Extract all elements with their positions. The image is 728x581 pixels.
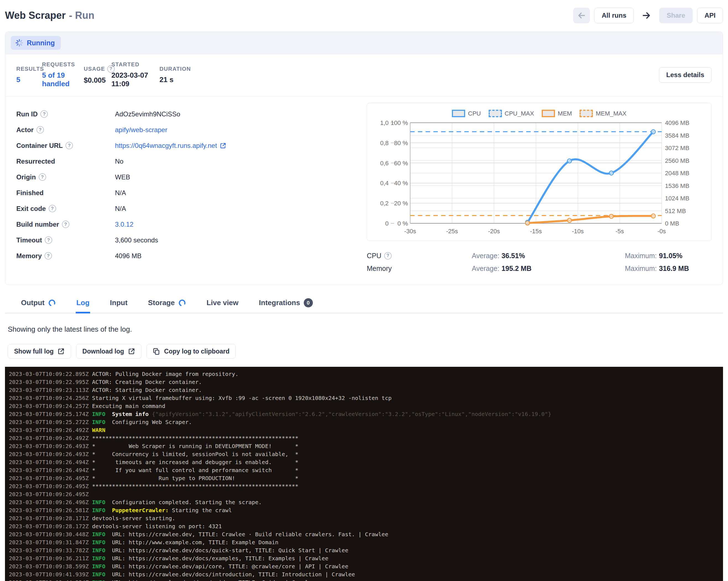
header-actions: All runs Share API — [573, 8, 723, 23]
detail-label: Origin? — [16, 173, 115, 181]
status-label: Running — [27, 39, 55, 47]
legend-label: MEM — [558, 110, 572, 117]
log-line: 2023-03-07T10:09:25.174Z INFO System inf… — [9, 410, 723, 418]
detail-value-link[interactable]: apify/web-scraper — [115, 126, 167, 134]
legend-swatch — [489, 110, 502, 117]
detail-label-text: Build number — [16, 220, 59, 228]
question-icon[interactable]: ? — [62, 220, 69, 228]
tab-label: Integrations — [259, 298, 300, 307]
log-line: 2023-03-07T10:09:26.492Z WARN — [9, 426, 723, 434]
log-line: 2023-03-07T10:09:26.494Z * timeouts are … — [9, 458, 723, 466]
detail-label-text: Container URL — [16, 142, 63, 150]
show-full-log-button[interactable]: Show full log — [8, 344, 71, 359]
less-details-button[interactable]: Less details — [659, 67, 712, 83]
tab-label: Live view — [206, 298, 238, 307]
question-icon[interactable]: ? — [66, 142, 73, 149]
log-line: 2023-03-07T10:09:26.581Z INFO PuppeteerC… — [9, 506, 723, 514]
log-line: 2023-03-07T10:09:26.492Z ***************… — [9, 434, 723, 442]
spinner-icon — [15, 39, 24, 47]
svg-text:0,6: 0,6 — [380, 160, 389, 167]
legend-item-mem_max: MEM_MAX — [579, 110, 626, 117]
loading-arc-icon — [178, 299, 186, 307]
log-line: 2023-03-07T10:09:30.448Z INFO URL: https… — [9, 530, 723, 538]
detail-value-link[interactable]: https://0q64wnacgyft.runs.apify.net — [115, 142, 226, 150]
detail-value: N/A — [115, 205, 126, 213]
external-link-icon — [220, 142, 226, 149]
question-icon[interactable]: ? — [41, 110, 48, 118]
detail-row: ResurrectedNo — [16, 153, 367, 169]
legend-label: MEM_MAX — [596, 110, 626, 117]
stat-label: REQUESTS — [42, 61, 75, 68]
stat-label: USAGE — [84, 66, 105, 72]
forward-arrow-icon — [642, 11, 651, 20]
svg-text:-20s: -20s — [488, 228, 500, 235]
question-icon[interactable]: ? — [49, 205, 56, 212]
detail-label-text: Run ID — [16, 110, 37, 118]
log-line: 2023-03-07T10:09:24.257Z Executing main … — [9, 402, 723, 410]
log-line: 2023-03-07T10:09:26.495Z — [9, 490, 723, 498]
svg-text:3584 MB: 3584 MB — [665, 132, 689, 139]
next-run-button[interactable] — [638, 8, 655, 23]
svg-text:40 %: 40 % — [394, 180, 408, 187]
api-button[interactable]: API — [697, 8, 723, 23]
detail-label: Run ID? — [16, 110, 115, 118]
legend-label: CPU — [468, 110, 480, 117]
detail-value-link[interactable]: 3.0.12 — [115, 220, 133, 228]
run-tabs: OutputLogInputStorageLive viewIntegratio… — [5, 295, 723, 313]
tab-storage[interactable]: Storage — [147, 295, 187, 313]
log-line: 2023-03-07T10:09:26.495Z ***************… — [9, 482, 723, 490]
tab-live-view[interactable]: Live view — [206, 295, 239, 313]
svg-text:0: 0 — [385, 220, 389, 227]
tab-log[interactable]: Log — [76, 295, 90, 313]
page-title: Web Scraper- Run — [5, 10, 94, 21]
copy-log-button[interactable]: Copy log to clipboard — [147, 344, 236, 359]
external-link-icon — [57, 348, 65, 355]
question-icon[interactable]: ? — [384, 252, 392, 260]
detail-label-text: Actor — [16, 126, 34, 134]
resource-name: Memory — [367, 265, 392, 272]
legend-label: CPU_MAX — [505, 110, 534, 117]
log-notice: Showing only the latest lines of the log… — [8, 325, 723, 334]
resource-stats: CPU? Average:36.51% Maximum:91.05% Memor… — [367, 249, 712, 275]
detail-label-text: Origin — [16, 173, 36, 181]
detail-label: Timeout? — [16, 236, 115, 244]
previous-run-button[interactable] — [573, 8, 590, 23]
svg-text:-5s: -5s — [616, 228, 624, 235]
log-line: 2023-03-07T10:09:23.113Z ACTOR: Starting… — [9, 386, 723, 394]
details-section: Run ID?AdOz5evimh9NCiSSoActor?apify/web-… — [5, 97, 723, 285]
log-actions: Show full log Download log Copy log to c… — [8, 344, 723, 359]
svg-text:1,0: 1,0 — [380, 120, 389, 126]
log-line: 2023-03-07T10:09:22.995Z ACTOR: Creating… — [9, 378, 723, 386]
stat-value: $0.005 — [84, 76, 111, 85]
legend-item-mem: MEM — [542, 110, 572, 117]
maximum-value: 316.9 MB — [659, 265, 689, 272]
all-runs-button[interactable]: All runs — [594, 8, 634, 23]
detail-value: N/A — [115, 189, 126, 197]
log-line: 2023-03-07T10:09:24.256Z Starting X virt… — [9, 394, 723, 402]
svg-text:0,4: 0,4 — [380, 180, 389, 187]
button-label: Copy log to clipboard — [164, 348, 229, 355]
question-icon[interactable]: ? — [45, 252, 52, 260]
share-button[interactable]: Share — [659, 8, 693, 23]
download-log-button[interactable]: Download log — [76, 344, 141, 359]
tab-output[interactable]: Output — [21, 295, 56, 313]
tab-integrations[interactable]: Integrations0 — [258, 295, 313, 313]
tab-input[interactable]: Input — [109, 295, 128, 313]
log-lines: 2023-03-07T10:09:22.895Z ACTOR: Pulling … — [5, 367, 723, 581]
detail-row: Origin?WEB — [16, 169, 367, 185]
resource-name: CPU — [367, 252, 382, 260]
stat-duration: DURATION 21 s — [159, 66, 191, 84]
svg-text:0 %: 0 % — [397, 220, 408, 227]
detail-label: Resurrected — [16, 158, 115, 165]
question-icon[interactable]: ? — [36, 126, 44, 133]
question-icon[interactable]: ? — [45, 236, 52, 244]
svg-text:0,8: 0,8 — [380, 139, 389, 147]
button-label: Download log — [82, 348, 124, 355]
svg-text:-30s: -30s — [405, 228, 416, 235]
chart-card: CPUCPU_MAXMEMMEM_MAX 1,0100 %0,880 %0,66… — [367, 103, 712, 241]
question-icon[interactable]: ? — [39, 173, 46, 181]
detail-label-text: Timeout — [16, 236, 42, 244]
log-line: 2023-03-07T10:09:36.211Z INFO URL: https… — [9, 554, 723, 562]
log-line: 2023-03-07T10:09:44.324Z INFO URL: https… — [9, 579, 723, 581]
svg-text:0,2: 0,2 — [380, 200, 389, 207]
